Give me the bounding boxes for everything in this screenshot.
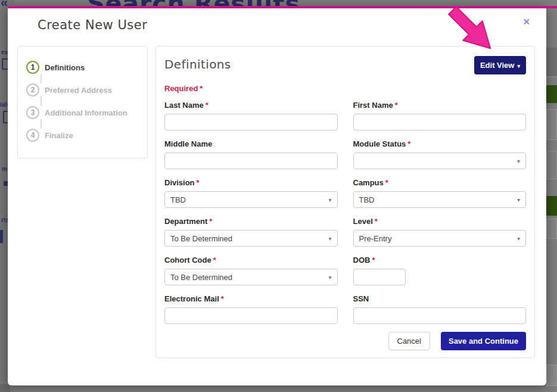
field-label: Middle Name: [164, 139, 338, 148]
step-connector: [41, 97, 42, 106]
department-field: Department* To Be Determined ▾: [164, 217, 338, 247]
level-field: Level* Pre-Entry ▾: [353, 217, 527, 247]
section-title: Definitions: [164, 56, 231, 71]
cohort-code-field: Cohort Code* To Be Determined ▾: [164, 256, 338, 285]
background-input-box: [546, 365, 557, 386]
sidebar-fragment-label: es: [1, 49, 8, 55]
campus-field: Campus* TBD ▾: [353, 178, 527, 208]
step-label: Finalize: [45, 131, 73, 140]
background-green-button: [546, 85, 557, 103]
step-label: Definitions: [45, 63, 85, 72]
field-label: Department*: [164, 217, 338, 226]
level-select[interactable]: Pre-Entry ▾: [353, 230, 527, 247]
edit-view-label: Edit View: [480, 61, 515, 70]
chevron-down-icon: ▾: [517, 158, 520, 164]
first-name-field: First Name*: [353, 101, 527, 130]
list-icon: [0, 230, 3, 243]
chevron-down-icon: ▾: [328, 235, 331, 242]
dob-field: DOB*: [353, 256, 527, 285]
wizard-step-additional-information[interactable]: 3 Additional Information: [26, 106, 147, 119]
field-label: First Name*: [353, 101, 527, 110]
step-number-badge: 4: [26, 129, 39, 142]
background-input-box: [546, 109, 557, 140]
step-number-badge: 1: [26, 61, 39, 74]
save-and-continue-button[interactable]: Save and Continue: [441, 332, 526, 350]
first-name-input[interactable]: [353, 114, 527, 130]
chevron-down-icon: ▾: [517, 197, 520, 203]
campus-select[interactable]: TBD ▾: [353, 191, 527, 208]
background-green-button: [546, 196, 557, 216]
select-value: TBD: [170, 195, 186, 204]
ssn-field: SSN: [353, 294, 527, 324]
required-note: Required*: [164, 84, 526, 93]
background-input-box: [546, 219, 557, 239]
middle-name-field: Middle Name: [164, 139, 338, 169]
wizard-step-preferred-address[interactable]: 2 Preferred Address: [26, 83, 147, 97]
step-number-badge: 3: [26, 106, 39, 119]
field-label: SSN: [353, 294, 527, 303]
close-icon[interactable]: ✕: [522, 17, 530, 26]
last-name-input[interactable]: [164, 114, 338, 130]
background-panel: [545, 48, 557, 76]
background-input-box: [546, 151, 557, 179]
field-label: Cohort Code*: [164, 256, 338, 265]
field-label: Module Status*: [353, 139, 527, 148]
step-label: Preferred Address: [45, 86, 112, 95]
division-field: Division* TBD ▾: [164, 178, 338, 208]
module-status-field: Module Status* ▾: [353, 139, 527, 169]
edit-view-button[interactable]: Edit View▾: [474, 56, 526, 74]
wizard-steps-panel: 1 Definitions 2 Preferred Address 3 Addi…: [17, 46, 148, 158]
wizard-step-finalize[interactable]: 4 Finalize: [26, 129, 147, 142]
background-right-fragments: [545, 0, 557, 392]
chevron-down-icon: ▾: [328, 197, 331, 203]
step-connector: [41, 119, 42, 129]
step-label: Additional Information: [45, 108, 127, 117]
field-label: Campus*: [353, 178, 527, 187]
division-select[interactable]: TBD ▾: [164, 191, 338, 208]
ssn-input[interactable]: [353, 307, 527, 324]
select-value: To Be Determined: [170, 234, 232, 243]
background-divider: [545, 76, 557, 77]
select-value: To Be Determined: [170, 273, 232, 282]
cohort-code-select[interactable]: To Be Determined ▾: [164, 269, 338, 285]
electronic-mail-field: Electronic Mail*: [164, 294, 338, 324]
field-label: Division*: [164, 178, 338, 187]
electronic-mail-input[interactable]: [164, 307, 338, 324]
department-select[interactable]: To Be Determined ▾: [164, 230, 338, 247]
chevron-down-icon: ▾: [328, 274, 331, 281]
background-corner-block: [0, 384, 10, 392]
chevron-left-icon: «: [1, 0, 8, 11]
field-label: Last Name*: [164, 101, 338, 110]
wizard-step-definitions[interactable]: 1 Definitions: [26, 61, 147, 74]
chevron-down-icon: ▾: [517, 63, 520, 69]
field-label: Electronic Mail*: [164, 294, 338, 303]
field-label: DOB*: [353, 256, 527, 265]
step-connector: [41, 74, 42, 83]
cancel-button[interactable]: Cancel: [388, 332, 430, 350]
step-number-badge: 2: [26, 83, 39, 97]
form-grid: Last Name* First Name* Middle Name Modul…: [164, 101, 526, 324]
select-value: TBD: [359, 195, 375, 204]
chevron-down-icon: ▾: [517, 235, 520, 242]
select-value: Pre-Entry: [359, 234, 392, 243]
form-footer: Cancel Save and Continue: [388, 332, 527, 350]
modal-top-accent-bar: [8, 6, 557, 8]
module-status-select[interactable]: ▾: [353, 153, 527, 169]
definitions-form-panel: Definitions Edit View▾ Required* Last Na…: [155, 46, 535, 358]
middle-name-input[interactable]: [164, 153, 338, 169]
last-name-field: Last Name*: [164, 101, 338, 130]
dob-input[interactable]: [353, 269, 406, 285]
field-label: Level*: [353, 217, 527, 226]
dialog-title: Create New User: [38, 18, 147, 32]
create-new-user-dialog: Create New User ✕ 1 Definitions 2 Prefer…: [8, 6, 546, 385]
